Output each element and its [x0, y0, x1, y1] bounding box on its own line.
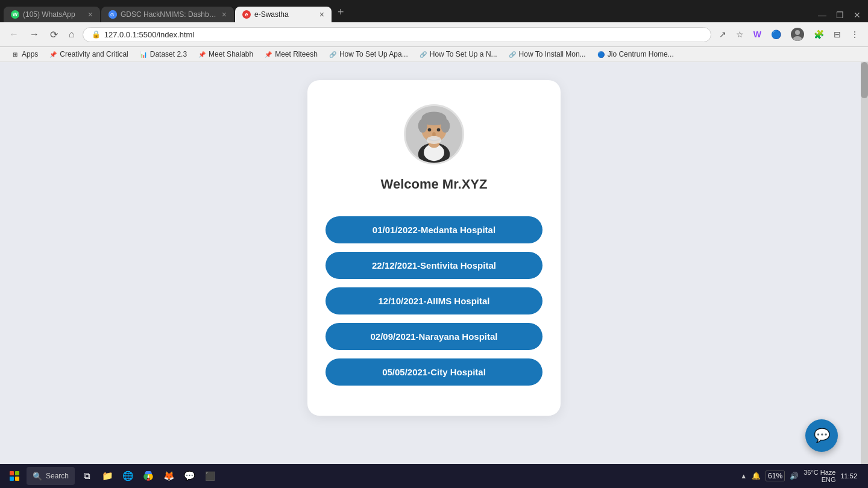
svg-rect-17 — [15, 471, 19, 475]
new-tab-button[interactable]: + — [333, 4, 349, 21]
page-content: Welcome Mr.XYZ 01/01/2022-Medanta Hospit… — [0, 62, 868, 464]
tab-eswastha[interactable]: e e-Swastha × — [235, 7, 332, 22]
bookmark-setup-n-label: How To Set Up a N... — [430, 50, 497, 58]
dashboard-card: Welcome Mr.XYZ 01/01/2022-Medanta Hospit… — [307, 80, 561, 416]
bookmark-shalabh-label: Meet Shalabh — [209, 50, 253, 58]
taskbar-lang: ENG — [822, 476, 836, 483]
forward-button[interactable]: → — [27, 28, 42, 41]
whatsapp-favicon: W — [11, 10, 19, 19]
bookmark-creativity[interactable]: 📌 Creativity and Critical — [44, 49, 133, 60]
svg-text:G: G — [110, 12, 114, 17]
visit-button-1[interactable]: 01/01/2022-Medanta Hospital — [326, 216, 542, 243]
tab-eswastha-label: e-Swastha — [254, 10, 316, 19]
visit-button-4[interactable]: 02/09/2021-Narayana Hospital — [326, 323, 542, 350]
bookmark-riteesh-label: Meet Riteesh — [275, 50, 318, 58]
bookmark-button[interactable]: ☆ — [733, 28, 747, 41]
riteesh-favicon: 📌 — [264, 50, 272, 58]
svg-point-11 — [441, 119, 450, 133]
tab-minimize-btn[interactable]: — — [814, 9, 830, 21]
bookmark-creativity-label: Creativity and Critical — [60, 50, 128, 58]
file-explorer-button[interactable]: 📁 — [99, 468, 116, 484]
edge-button[interactable]: 🌐 — [119, 468, 136, 484]
svg-point-15 — [427, 136, 441, 144]
taskbar: 🔍 Search ⧉ 📁 🌐 🦊 💬 ⬛ ▲ 🔔 61% 🔊 36°C Haze… — [0, 464, 868, 488]
tab-restore-btn[interactable]: ❐ — [832, 9, 848, 21]
svg-point-3 — [793, 36, 802, 41]
sidebar-button[interactable]: ⊟ — [831, 28, 844, 41]
gdsc-favicon: G — [108, 10, 117, 19]
bookmark-install-mon[interactable]: 🔗 How To Install Mon... — [503, 49, 591, 60]
extensions-button[interactable]: 🧩 — [811, 28, 827, 41]
tab-gdsc-close[interactable]: × — [222, 10, 227, 19]
jio-favicon: 🔵 — [597, 50, 605, 58]
eswastha-favicon: e — [242, 10, 251, 19]
extension-purple[interactable]: W — [750, 28, 764, 41]
share-button[interactable]: ↗ — [716, 28, 729, 41]
tab-end-controls: — ❐ ✕ — [814, 9, 864, 22]
battery-icon: 61% — [766, 471, 785, 481]
bookmark-dataset-label: Dataset 2.3 — [150, 50, 187, 58]
address-bar[interactable]: 🔒 127.0.0.1:5500/index.html — [83, 27, 711, 42]
bookmark-apps[interactable]: ⊞ Apps — [6, 49, 43, 60]
avatar — [404, 104, 464, 164]
taskbar-right: ▲ 🔔 61% 🔊 36°C Haze ENG 11:52 — [740, 469, 862, 483]
install-mon-favicon: 🔗 — [508, 50, 517, 58]
welcome-heading: Welcome Mr.XYZ — [381, 177, 488, 192]
bookmark-apps-label: Apps — [22, 50, 38, 58]
visit-list: 01/01/2022-Medanta Hospital 22/12/2021-S… — [326, 216, 542, 386]
bookmark-setup-n[interactable]: 🔗 How To Set Up a N... — [414, 49, 502, 60]
svg-point-12 — [428, 128, 432, 132]
chat-icon: 💬 — [814, 428, 830, 443]
setup-n-favicon: 🔗 — [419, 50, 427, 58]
visit-button-2[interactable]: 22/12/2021-Sentivita Hospital — [326, 252, 542, 279]
svg-rect-16 — [10, 471, 14, 475]
bookmark-shalabh[interactable]: 📌 Meet Shalabh — [193, 49, 258, 60]
browser-chrome: W (105) WhatsApp × G GDSC HackNMIMS: Das… — [0, 0, 868, 62]
dataset-favicon: 📊 — [139, 50, 148, 58]
bookmark-setup-apa-label: How To Set Up Apa... — [339, 50, 408, 58]
tab-eswastha-close[interactable]: × — [319, 10, 324, 19]
lock-icon: 🔒 — [92, 30, 101, 39]
visit-button-3[interactable]: 12/10/2021-AIIMS Hospital — [326, 287, 542, 314]
visit-button-5[interactable]: 05/05/2021-City Hospital — [326, 358, 542, 386]
svg-rect-19 — [15, 477, 19, 481]
tab-whatsapp-close[interactable]: × — [88, 10, 93, 19]
chat-bubble-button[interactable]: 💬 — [805, 419, 838, 452]
tab-close-btn[interactable]: ✕ — [850, 9, 864, 21]
bookmark-riteesh[interactable]: 📌 Meet Riteesh — [259, 49, 322, 60]
profile-pic[interactable] — [788, 26, 807, 43]
bookmark-dataset[interactable]: 📊 Dataset 2.3 — [134, 49, 192, 60]
taskbar-time: 11:52 — [840, 472, 857, 480]
bookmark-setup-apa[interactable]: 🔗 How To Set Up Apa... — [324, 49, 413, 60]
home-button[interactable]: ⌂ — [66, 28, 78, 41]
tab-whatsapp[interactable]: W (105) WhatsApp × — [4, 7, 100, 22]
creativity-favicon: 📌 — [49, 50, 57, 58]
svg-rect-18 — [10, 477, 14, 481]
taskbar-search-text: Search — [46, 472, 69, 480]
tab-gdsc[interactable]: G GDSC HackNMIMS: Dashboard | × — [101, 7, 234, 22]
menu-button[interactable]: ⋮ — [848, 28, 862, 41]
scrollbar-track[interactable] — [861, 62, 868, 464]
svg-point-13 — [437, 128, 441, 132]
address-text: 127.0.0.1:5500/index.html — [104, 30, 195, 39]
taskview-button[interactable]: ⧉ — [78, 468, 95, 484]
nav-bar: ← → ⟳ ⌂ 🔒 127.0.0.1:5500/index.html ↗ ☆ … — [0, 22, 868, 47]
tab-whatsapp-label: (105) WhatsApp — [23, 10, 84, 19]
bookmark-jio[interactable]: 🔵 Jio Centrum Home... — [592, 49, 679, 60]
extension-blue[interactable]: 🔵 — [768, 28, 784, 41]
battery-percent: 61% — [768, 472, 782, 480]
vscode-button[interactable]: ⬛ — [201, 468, 218, 484]
whatsapp-taskbar[interactable]: 💬 — [181, 468, 198, 484]
start-button[interactable] — [6, 468, 23, 484]
shalabh-favicon: 📌 — [198, 50, 206, 58]
scrollbar-thumb[interactable] — [861, 62, 868, 98]
bookmark-install-mon-label: How To Install Mon... — [519, 50, 586, 58]
tab-gdsc-label: GDSC HackNMIMS: Dashboard | — [121, 10, 218, 19]
apps-favicon: ⊞ — [11, 50, 19, 58]
taskbar-search-bar[interactable]: 🔍 Search — [27, 467, 75, 485]
chrome-button[interactable] — [140, 468, 157, 484]
reload-button[interactable]: ⟳ — [47, 28, 61, 42]
firefox-button[interactable]: 🦊 — [160, 468, 177, 484]
taskbar-weather: 36°C Haze — [804, 469, 835, 476]
back-button[interactable]: ← — [6, 28, 22, 41]
